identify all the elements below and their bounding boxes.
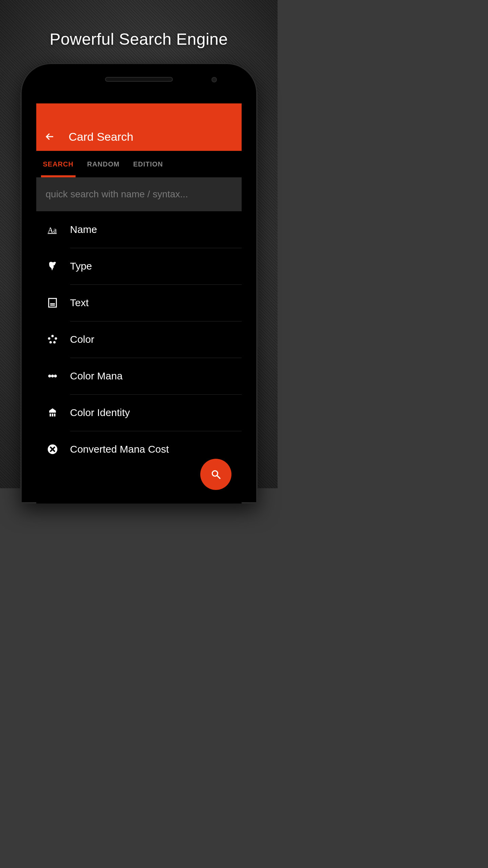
search-fab[interactable] [200, 459, 231, 490]
app-title: Card Search [69, 130, 134, 143]
criterion-label: Color Identity [70, 407, 130, 418]
phone-screen: Card Search SEARCH RANDOM EDITION Aa Nam… [36, 103, 242, 504]
text-icon [46, 296, 59, 310]
criterion-label: Name [70, 224, 97, 235]
app-bar: Card Search [36, 103, 242, 151]
svg-rect-1 [48, 298, 56, 307]
phone-frame: Card Search SEARCH RANDOM EDITION Aa Nam… [20, 63, 258, 504]
criterion-name[interactable]: Aa Name [36, 211, 242, 248]
criterion-text[interactable]: Text [36, 284, 242, 321]
svg-text:Aa: Aa [47, 226, 56, 234]
quick-search-box[interactable] [36, 177, 242, 211]
arrow-left-icon [45, 132, 55, 142]
tab-edition[interactable]: EDITION [133, 151, 163, 177]
svg-point-9 [48, 375, 51, 378]
phone-speaker [105, 77, 173, 82]
color-identity-icon [46, 406, 59, 419]
headline: Powerful Search Engine [0, 30, 278, 48]
color-icon [46, 333, 59, 346]
type-icon [46, 259, 59, 273]
criterion-label: Converted Mana Cost [70, 443, 169, 455]
criteria-list: Aa Name Type Text [36, 211, 242, 468]
promo-page: Powerful Search Engine Card Search SEARC… [0, 0, 278, 488]
name-icon: Aa [46, 223, 59, 236]
phone-side-button [258, 280, 260, 348]
svg-point-4 [51, 335, 54, 337]
criterion-color-identity[interactable]: Color Identity [36, 394, 242, 431]
criterion-label: Text [70, 297, 89, 309]
cmc-icon [46, 442, 59, 456]
svg-point-10 [51, 375, 54, 378]
svg-line-14 [217, 476, 220, 478]
criterion-color-mana[interactable]: Color Mana [36, 358, 242, 394]
svg-point-8 [48, 337, 50, 340]
criterion-color[interactable]: Color [36, 321, 242, 358]
tab-search[interactable]: SEARCH [43, 151, 74, 177]
color-mana-icon [46, 369, 59, 383]
svg-point-7 [49, 341, 52, 343]
tabs: SEARCH RANDOM EDITION [36, 151, 242, 177]
svg-point-11 [54, 375, 57, 378]
criterion-label: Color [70, 334, 95, 345]
criterion-type[interactable]: Type [36, 248, 242, 284]
quick-search-input[interactable] [46, 189, 232, 200]
tab-random[interactable]: RANDOM [87, 151, 120, 177]
back-button[interactable] [43, 130, 57, 143]
search-icon [210, 469, 221, 480]
svg-point-5 [55, 337, 57, 340]
svg-point-6 [53, 341, 56, 343]
phone-camera [211, 77, 217, 82]
criterion-label: Type [70, 260, 92, 272]
criterion-label: Color Mana [70, 370, 123, 382]
